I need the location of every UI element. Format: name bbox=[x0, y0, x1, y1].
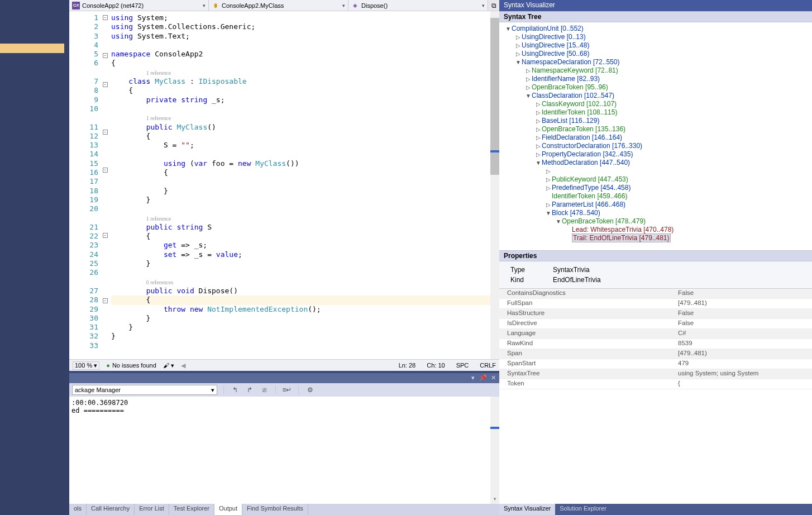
member-dropdown-text: Dispose() bbox=[361, 2, 388, 9]
tree-node[interactable]: ▷BaseList [116..129) bbox=[499, 117, 812, 125]
member-dropdown[interactable]: ◈ Dispose() ▾ bbox=[348, 0, 488, 11]
sidebar-highlight bbox=[0, 44, 64, 53]
tree-node[interactable]: ▷PredefinedType [454..458) bbox=[499, 184, 812, 192]
tree-node[interactable]: ▼CompilationUnit [0..552) bbox=[499, 25, 812, 33]
properties-summary: TypeSyntaxTriviaKindEndOfLineTrivia bbox=[499, 261, 812, 288]
bottom-tab[interactable]: Output bbox=[214, 504, 242, 515]
tree-node[interactable]: ▼ClassDeclaration [102..547) bbox=[499, 92, 812, 100]
tree-node[interactable]: IdentifierToken [459..466) bbox=[499, 192, 812, 201]
spacing-status[interactable]: SPC bbox=[456, 362, 469, 369]
chevron-down-icon: ▾ bbox=[482, 3, 485, 8]
tree-node[interactable]: ▼MethodDeclaration [447..540) bbox=[499, 159, 812, 167]
right-panel-tab[interactable]: Syntax Visualizer bbox=[499, 504, 555, 515]
tree-node[interactable]: ▷NamespaceKeyword [72..81) bbox=[499, 66, 812, 75]
vertical-scrollbar[interactable] bbox=[490, 11, 499, 359]
syntax-tree-header: Syntax Tree bbox=[499, 11, 812, 22]
clear-icon[interactable]: ⎚ bbox=[259, 385, 269, 395]
window-position-icon[interactable]: ▾ bbox=[469, 374, 477, 382]
tree-node[interactable]: ▷IdentifierToken [108..115) bbox=[499, 108, 812, 117]
syntax-tree[interactable]: ▼CompilationUnit [0..552)▷UsingDirective… bbox=[499, 22, 812, 250]
tree-node[interactable]: ▷ClassKeyword [102..107) bbox=[499, 100, 812, 108]
code-editor[interactable]: 1234567891011121314151617181920212223242… bbox=[69, 11, 499, 359]
project-dropdown[interactable]: C# ConsoleApp2 (net472) ▾ bbox=[69, 0, 209, 11]
navigation-bar: C# ConsoleApp2 (net472) ▾ ⬮ ConsoleApp2.… bbox=[69, 0, 499, 11]
col-status[interactable]: Ch: 10 bbox=[427, 362, 445, 369]
tree-node[interactable]: ▷UsingDirective [50..68) bbox=[499, 50, 812, 58]
property-grid-row[interactable]: Span[479..481) bbox=[499, 349, 812, 359]
line-status[interactable]: Ln: 28 bbox=[399, 362, 416, 369]
tree-node[interactable]: Lead: WhitespaceTrivia [470..478) bbox=[499, 226, 812, 234]
output-toolbar: ackage Manager▾ ↰ ↱ ⎚ ≡↵ ⚙ bbox=[69, 383, 499, 397]
panel-title: Syntax Visualizer bbox=[499, 0, 812, 11]
zoom-dropdown[interactable]: 100 % ▾ bbox=[73, 361, 99, 370]
bottom-tab[interactable]: Error List bbox=[135, 504, 169, 515]
property-grid-row[interactable]: ContainsDiagnosticsFalse bbox=[499, 289, 812, 299]
property-grid-row[interactable]: SyntaxTreeusing System; using System bbox=[499, 369, 812, 379]
output-titlebar: ▾ 📌 ✕ bbox=[69, 373, 499, 383]
bottom-tab[interactable]: Test Explorer bbox=[169, 504, 214, 515]
bottom-tab[interactable]: Find Symbol Results bbox=[242, 504, 308, 515]
cleanup-button[interactable]: 🖌 ▾ bbox=[163, 362, 174, 369]
code-content[interactable]: using System;using System.Collections.Ge… bbox=[111, 11, 490, 359]
bottom-tab[interactable]: Call Hierarchy bbox=[87, 504, 135, 515]
syntax-visualizer-panel: Syntax Visualizer Syntax Tree ▼Compilati… bbox=[499, 0, 812, 515]
properties-grid[interactable]: ContainsDiagnosticsFalseFullSpan[479..48… bbox=[499, 288, 812, 504]
check-icon: ● bbox=[106, 362, 110, 369]
line-numbers: 1234567891011121314151617181920212223242… bbox=[69, 11, 103, 359]
tree-node[interactable]: ▷PropertyDeclaration [342..435) bbox=[499, 150, 812, 159]
property-grid-row[interactable]: Token{ bbox=[499, 379, 812, 389]
goto-next-icon[interactable]: ↱ bbox=[245, 385, 255, 395]
property-grid-row[interactable]: LanguageC# bbox=[499, 329, 812, 339]
property-grid-row[interactable]: RawKind8539 bbox=[499, 339, 812, 349]
tree-node[interactable]: Trail: EndOfLineTrivia [479..481) bbox=[499, 234, 812, 242]
right-panel-tabs: Syntax VisualizerSolution Explorer bbox=[499, 504, 812, 515]
bottom-tabs: olsCall HierarchyError ListTest Explorer… bbox=[69, 504, 499, 515]
goto-prev-icon[interactable]: ↰ bbox=[230, 385, 240, 395]
class-icon: ⬮ bbox=[212, 2, 219, 9]
tree-node[interactable]: ▷UsingDirective [15..48) bbox=[499, 41, 812, 50]
property-grid-row[interactable]: IsDirectiveFalse bbox=[499, 319, 812, 329]
right-panel-tab[interactable]: Solution Explorer bbox=[555, 504, 611, 515]
issues-status[interactable]: ●No issues found bbox=[106, 362, 156, 369]
fold-column[interactable]: −−−−−−− bbox=[103, 11, 111, 359]
properties-header: Properties bbox=[499, 250, 812, 261]
output-source-dropdown[interactable]: ackage Manager▾ bbox=[72, 385, 217, 395]
chevron-down-icon: ▾ bbox=[203, 3, 206, 8]
tree-node[interactable]: ▼OpenBraceToken [478..479) bbox=[499, 217, 812, 226]
left-sidebar bbox=[0, 0, 69, 515]
output-line: :00:00.3698720 bbox=[71, 399, 497, 407]
output-textarea[interactable]: :00:00.3698720 ed ========== ▾ bbox=[69, 397, 499, 504]
tree-node[interactable]: ▷ParameterList [466..468) bbox=[499, 201, 812, 209]
property-row: TypeSyntaxTrivia bbox=[510, 265, 801, 275]
tree-node[interactable]: ▷UsingDirective [0..13) bbox=[499, 33, 812, 41]
tree-node[interactable]: ▼Block [478..540) bbox=[499, 209, 812, 217]
tree-node[interactable]: ▼NamespaceDeclaration [72..550) bbox=[499, 58, 812, 66]
tree-node[interactable]: ▷PublicKeyword [447..453) bbox=[499, 175, 812, 184]
split-button[interactable]: ⧉ bbox=[488, 0, 499, 11]
pin-icon[interactable]: 📌 bbox=[479, 374, 487, 382]
method-icon: ◈ bbox=[351, 2, 359, 9]
close-icon[interactable]: ✕ bbox=[489, 374, 497, 382]
output-line: ed ========== bbox=[71, 407, 497, 414]
editor-status-bar: 100 % ▾ ●No issues found 🖌 ▾ ◀ Ln: 28 Ch… bbox=[69, 359, 499, 371]
property-grid-row[interactable]: SpanStart479 bbox=[499, 359, 812, 369]
bottom-tab[interactable]: ols bbox=[69, 504, 87, 515]
tree-node[interactable]: ▷FieldDeclaration [146..164) bbox=[499, 133, 812, 142]
lineending-status[interactable]: CRLF bbox=[480, 362, 496, 369]
tree-node[interactable]: ▷OpenBraceToken [135..136) bbox=[499, 125, 812, 133]
property-grid-row[interactable]: FullSpan[479..481) bbox=[499, 299, 812, 309]
tree-node[interactable]: ▷IdentifierName [82..93) bbox=[499, 75, 812, 83]
csharp-icon: C# bbox=[72, 2, 80, 9]
tree-node[interactable]: ▷ bbox=[499, 167, 812, 175]
property-grid-row[interactable]: HasStructureFalse bbox=[499, 309, 812, 319]
wordwrap-icon[interactable]: ≡↵ bbox=[282, 385, 292, 395]
project-dropdown-text: ConsoleApp2 (net472) bbox=[82, 2, 144, 9]
output-panel: ▾ 📌 ✕ ackage Manager▾ ↰ ↱ ⎚ ≡↵ ⚙ :00:00.… bbox=[69, 371, 499, 515]
chevron-down-icon: ▾ bbox=[342, 3, 345, 8]
tree-node[interactable]: ▷ConstructorDeclaration [176..330) bbox=[499, 142, 812, 150]
settings-icon[interactable]: ⚙ bbox=[305, 385, 315, 395]
tree-node[interactable]: ▷OpenBraceToken [95..96) bbox=[499, 83, 812, 92]
class-dropdown-text: ConsoleApp2.MyClass bbox=[222, 2, 284, 9]
property-row: KindEndOfLineTrivia bbox=[510, 275, 801, 285]
class-dropdown[interactable]: ⬮ ConsoleApp2.MyClass ▾ bbox=[209, 0, 348, 11]
